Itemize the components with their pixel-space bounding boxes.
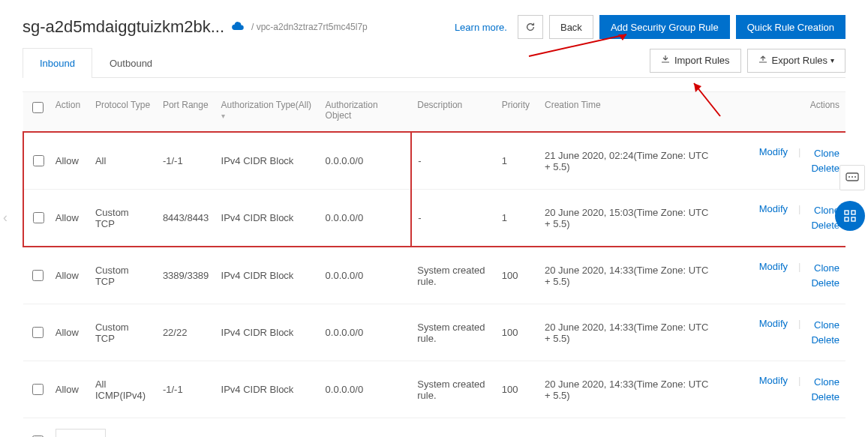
table-row: AllowCustom TCP22/22IPv4 CIDR Block0.0.0… xyxy=(23,304,845,361)
col-authorization-object: Authorization Object xyxy=(320,92,412,132)
refresh-button[interactable] xyxy=(518,15,543,39)
cell-description: - xyxy=(411,132,495,190)
col-port-range: Port Range xyxy=(157,92,215,132)
col-protocol-type: Protocol Type xyxy=(89,92,157,132)
cell-port: 3389/3389 xyxy=(157,247,215,304)
col-action: Action xyxy=(50,92,89,132)
cell-action: Allow xyxy=(50,190,89,247)
cell-priority: 100 xyxy=(496,361,539,418)
cell-port: -1/-1 xyxy=(157,361,215,418)
svg-point-5 xyxy=(848,176,850,178)
svg-rect-10 xyxy=(845,217,848,221)
cell-auth-type: IPv4 CIDR Block xyxy=(215,361,320,418)
table-row: AllowAll ICMP(IPv4)-1/-1IPv4 CIDR Block0… xyxy=(23,361,845,418)
delete-link[interactable]: Delete xyxy=(811,276,839,291)
chat-widget-button[interactable] xyxy=(839,165,865,190)
cell-action: Allow xyxy=(50,361,89,418)
cell-creation: 20 June 2020, 15:03(Time Zone: UTC + 5.5… xyxy=(539,190,722,247)
cell-description: System created rule. xyxy=(411,361,495,418)
svg-rect-8 xyxy=(845,211,848,214)
download-icon xyxy=(661,55,670,66)
caret-down-icon: ▾ xyxy=(830,56,834,64)
upload-icon xyxy=(758,55,767,66)
cell-auth-object: 0.0.0.0/0 xyxy=(320,247,412,304)
vpc-breadcrumb: / vpc-a2dn3ztraz7rt5mc45l7p xyxy=(251,22,368,32)
cell-protocol: Custom TCP xyxy=(89,247,157,304)
add-security-group-rule-button[interactable]: Add Security Group Rule xyxy=(599,15,730,39)
cell-description: - xyxy=(411,190,495,247)
refresh-icon xyxy=(525,22,536,32)
cell-priority: 1 xyxy=(496,132,539,190)
table-row: AllowAll-1/-1IPv4 CIDR Block0.0.0.0/0-12… xyxy=(23,132,845,190)
cell-priority: 100 xyxy=(496,304,539,361)
row-checkbox[interactable] xyxy=(32,384,44,395)
col-auth-type-label: Authorization Type(All) xyxy=(221,100,312,110)
learn-more-link[interactable]: Learn more. xyxy=(455,22,507,33)
cell-auth-type: IPv4 CIDR Block xyxy=(215,247,320,304)
tab-inbound[interactable]: Inbound xyxy=(23,48,92,78)
row-checkbox[interactable] xyxy=(33,212,44,223)
delete-link[interactable]: Delete xyxy=(811,161,839,176)
clone-link[interactable]: Clone xyxy=(814,261,839,276)
cell-description: System created rule. xyxy=(411,304,495,361)
cell-auth-type: IPv4 CIDR Block xyxy=(215,132,320,190)
bulk-delete-button[interactable]: Delete xyxy=(56,429,107,437)
clone-link[interactable]: Clone xyxy=(814,146,839,161)
apps-widget-button[interactable] xyxy=(835,201,865,231)
svg-point-6 xyxy=(851,176,853,178)
panel-expand-handle[interactable]: ‹ xyxy=(3,210,8,226)
import-rules-label: Import Rules xyxy=(674,55,730,66)
cell-action: Allow xyxy=(50,304,89,361)
cell-auth-type: IPv4 CIDR Block xyxy=(215,304,320,361)
modify-link[interactable]: Modify xyxy=(759,146,788,175)
back-button[interactable]: Back xyxy=(549,15,593,39)
cloud-icon xyxy=(232,21,244,33)
apps-icon xyxy=(843,209,857,223)
col-priority: Priority xyxy=(496,92,539,132)
cell-creation: 20 June 2020, 14:33(Time Zone: UTC + 5.5… xyxy=(539,304,722,361)
svg-rect-11 xyxy=(851,217,855,221)
row-checkbox[interactable] xyxy=(33,155,44,166)
modify-link[interactable]: Modify xyxy=(759,318,788,347)
tab-outbound[interactable]: Outbound xyxy=(92,48,170,78)
cell-auth-object: 0.0.0.0/0 xyxy=(320,361,412,418)
select-all-checkbox[interactable] xyxy=(32,102,44,113)
cell-creation: 20 June 2020, 14:33(Time Zone: UTC + 5.5… xyxy=(539,247,722,304)
col-authorization-type[interactable]: Authorization Type(All) ▾ xyxy=(215,92,320,132)
page-title: sg-a2d5mdaiggtuizkm2bk... xyxy=(23,17,224,37)
clone-link[interactable]: Clone xyxy=(814,318,839,333)
row-checkbox[interactable] xyxy=(32,327,44,338)
modify-link[interactable]: Modify xyxy=(759,203,788,232)
cell-priority: 100 xyxy=(496,247,539,304)
col-creation-time: Creation Time xyxy=(539,92,722,132)
cell-action: Allow xyxy=(50,247,89,304)
table-row: AllowCustom TCP8443/8443IPv4 CIDR Block0… xyxy=(23,190,845,247)
cell-description: System created rule. xyxy=(411,247,495,304)
row-checkbox[interactable] xyxy=(32,270,44,281)
svg-point-7 xyxy=(854,176,856,178)
cell-creation: 20 June 2020, 14:33(Time Zone: UTC + 5.5… xyxy=(539,361,722,418)
caret-down-icon: ▾ xyxy=(221,112,314,120)
cell-auth-object: 0.0.0.0/0 xyxy=(320,190,412,247)
delete-link[interactable]: Delete xyxy=(811,333,839,348)
quick-rule-creation-button[interactable]: Quick Rule Creation xyxy=(736,15,845,39)
cell-protocol: Custom TCP xyxy=(89,304,157,361)
chat-icon xyxy=(845,172,859,183)
export-rules-button[interactable]: Export Rules ▾ xyxy=(747,49,845,73)
table-row: AllowCustom TCP3389/3389IPv4 CIDR Block0… xyxy=(23,247,845,304)
cell-port: 8443/8443 xyxy=(157,190,215,247)
modify-link[interactable]: Modify xyxy=(759,261,788,290)
cell-priority: 1 xyxy=(496,190,539,247)
import-rules-button[interactable]: Import Rules xyxy=(650,49,741,73)
modify-link[interactable]: Modify xyxy=(759,375,788,404)
cell-port: -1/-1 xyxy=(157,132,215,190)
export-rules-label: Export Rules xyxy=(772,55,827,66)
cell-protocol: All xyxy=(89,132,157,190)
cell-auth-type: IPv4 CIDR Block xyxy=(215,190,320,247)
cell-creation: 21 June 2020, 02:24(Time Zone: UTC + 5.5… xyxy=(539,132,722,190)
cell-auth-object: 0.0.0.0/0 xyxy=(320,304,412,361)
col-actions: Actions xyxy=(722,92,845,132)
clone-link[interactable]: Clone xyxy=(814,375,839,390)
cell-port: 22/22 xyxy=(157,304,215,361)
delete-link[interactable]: Delete xyxy=(811,390,839,405)
